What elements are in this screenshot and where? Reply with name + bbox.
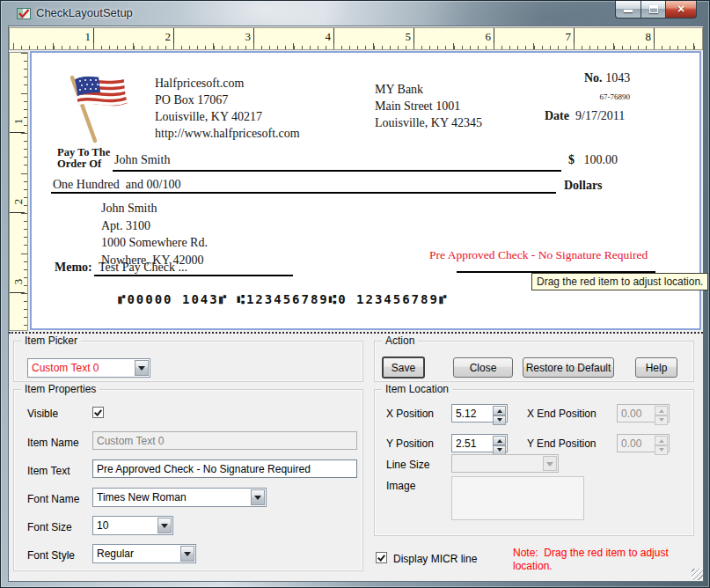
close-icon: × [666, 2, 696, 16]
line-size-label: Line Size [386, 459, 429, 471]
memo-text[interactable]: Test Pay Check ... [99, 261, 187, 275]
minimize-icon [624, 10, 633, 12]
dollars-label: Dollars [564, 179, 603, 193]
font-style-label: Font Style [27, 549, 75, 562]
x-position-spinner[interactable]: 5.12 [451, 404, 508, 423]
spin-down-button[interactable] [493, 415, 506, 425]
amount-value: 100.00 [584, 153, 619, 166]
font-name-combobox[interactable]: Times New Roman [92, 488, 267, 507]
date-label: Date [545, 109, 569, 122]
spinner-buttons[interactable] [493, 406, 506, 421]
item-picker-title: Item Picker [21, 334, 81, 347]
amount-row[interactable]: $ 100.00 [568, 153, 618, 167]
ruler-tick [654, 28, 655, 43]
dollar-sign: $ [568, 153, 575, 166]
spin-up-button [655, 406, 668, 415]
spin-up-button[interactable] [493, 406, 506, 415]
x-position-value: 5.12 [456, 408, 476, 420]
font-style-dropdown-button[interactable] [180, 546, 194, 562]
amount-in-words[interactable]: One Hundred and 00/100 [53, 178, 180, 192]
item-text-input[interactable] [92, 459, 357, 478]
ruler-label: 1 [62, 30, 91, 44]
spinner-buttons[interactable] [493, 436, 506, 451]
display-micr-label: Display MICR line [393, 553, 477, 565]
ruler-tick [414, 28, 414, 43]
image-box [451, 476, 584, 520]
micr-line: ⑈00000 1043⑈ ⑆123456789⑆0 123456789⑈ [118, 292, 448, 306]
font-name-dropdown-button[interactable] [251, 489, 265, 505]
font-size-dropdown-button[interactable] [157, 518, 172, 533]
ruler-tick [10, 212, 25, 213]
ruler-tick [173, 28, 174, 43]
bank-address-block[interactable]: MY Bank Main Street 1001 Louisville, KY … [375, 81, 482, 131]
item-location-title: Item Location [382, 383, 452, 395]
payee-address-line: John Smith [101, 200, 208, 217]
checkmark-icon [94, 408, 102, 415]
line-size-combobox [451, 454, 559, 473]
chevron-down-icon [546, 462, 553, 470]
y-position-spinner[interactable]: 2.51 [451, 434, 508, 452]
payee-address-line: 1000 Somewhere Rd. [101, 234, 208, 252]
font-size-combobox[interactable]: 10 [92, 516, 173, 535]
ruler-tick [494, 28, 494, 43]
company-line: Louisville, KY 40217 [155, 108, 300, 125]
bank-line: Louisville, KY 42345 [375, 114, 482, 131]
payee-line [113, 170, 561, 172]
payee-name[interactable]: John Smith [114, 153, 170, 167]
save-button[interactable]: Save [382, 356, 425, 379]
visible-checkbox[interactable] [92, 407, 104, 418]
maximize-button[interactable] [640, 1, 666, 18]
restore-default-button[interactable]: Restore to Default [523, 357, 614, 378]
spinner-buttons [655, 436, 668, 451]
amount-words-line [51, 192, 556, 194]
window-title: CheckLayoutSetup [36, 6, 133, 19]
bank-name: MY Bank [375, 81, 482, 98]
chevron-down-icon [184, 552, 191, 560]
memo-label: Memo: [55, 261, 92, 275]
payee-address-block[interactable]: John Smith Apt. 3100 1000 Somewhere Rd. … [101, 200, 208, 268]
company-line: PO Box 17067 [155, 92, 300, 108]
window: CheckLayoutSetup × 1 2 3 4 5 6 7 8 [0, 0, 710, 588]
spin-up-button[interactable] [493, 436, 506, 445]
ruler-tick [10, 292, 25, 293]
ruler-label: 1 [11, 115, 26, 128]
memo-line [94, 275, 293, 276]
y-position-label: Y Position [386, 437, 434, 450]
chevron-down-icon [254, 496, 261, 503]
drag-tooltip: Drag the red item to adjust location. [531, 273, 708, 290]
custom-text-item[interactable]: Pre Approved Check - No Signature Requir… [429, 248, 648, 262]
company-address-block[interactable]: Halfpricesoft.com PO Box 17067 Louisvill… [155, 75, 300, 142]
arrow-down-icon [659, 448, 664, 454]
help-button[interactable]: Help [635, 357, 677, 378]
item-picker-combobox[interactable]: Custom Text 0 [27, 358, 150, 378]
bank-fraction[interactable]: 67-76890 [542, 92, 630, 101]
titlebar[interactable]: CheckLayoutSetup × [1, 1, 709, 26]
chevron-down-icon [161, 524, 168, 532]
checkmark-icon [377, 553, 385, 561]
panel-separator [9, 332, 703, 334]
visible-label: Visible [27, 408, 58, 420]
ruler-label: 6 [463, 30, 491, 44]
item-picker-dropdown-button[interactable] [135, 360, 149, 376]
y-end-position-spinner: 0.00 [617, 434, 670, 452]
app-icon [17, 6, 31, 20]
x-position-label: X Position [386, 408, 434, 420]
minimize-button[interactable] [615, 1, 640, 18]
pay-to-label[interactable]: Pay To The Order Of [57, 147, 110, 170]
font-size-value: 10 [97, 519, 156, 532]
pay-to-line2: Order Of [57, 158, 110, 170]
close-button[interactable]: × [666, 1, 697, 18]
spin-down-button [655, 415, 668, 425]
font-style-combobox[interactable]: Regular [92, 544, 196, 563]
resize-grip[interactable] [692, 569, 703, 580]
close-action-button[interactable]: Close [453, 357, 513, 378]
maximize-icon [649, 5, 658, 13]
font-style-value: Regular [97, 548, 179, 560]
check-number-row[interactable]: No. 1043 [584, 71, 630, 85]
company-line: http://www.halfpricesoft.com [155, 125, 300, 142]
flag-logo [53, 69, 144, 150]
payee-address-line: Apt. 3100 [101, 217, 208, 235]
date-row[interactable]: Date 9/17/2011 [545, 109, 625, 123]
date-value: 9/17/2011 [575, 109, 625, 122]
display-micr-checkbox[interactable] [376, 552, 387, 563]
